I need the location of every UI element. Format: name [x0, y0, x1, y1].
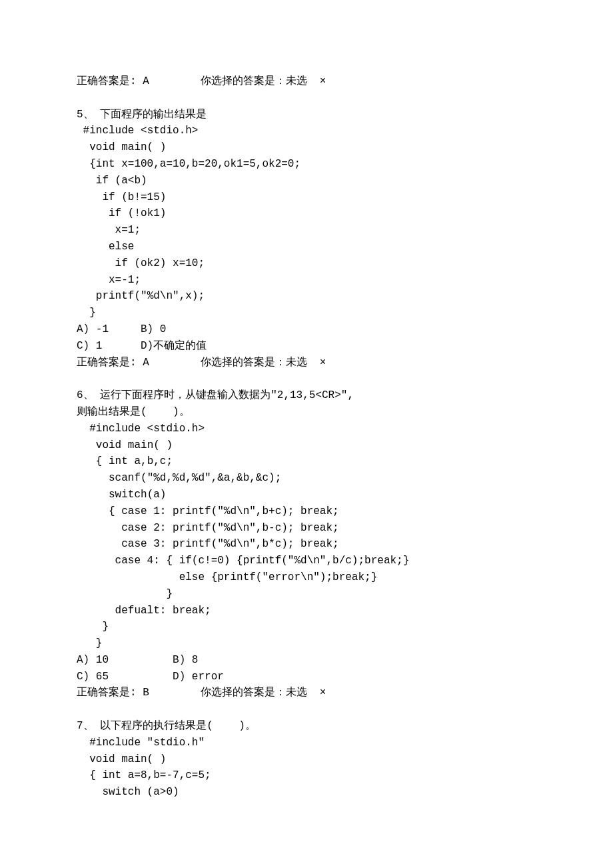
document-page: 正确答案是: A 你选择的答案是：未选 × 5、 下面程序的输出结果是 #inc…: [0, 0, 613, 868]
q4-answer-line: 正确答案是: A 你选择的答案是：未选 ×: [77, 75, 326, 87]
q6-title: 6、 运行下面程序时，从键盘输入数据为"2,13,5<CR>", 则输出结果是(…: [77, 389, 354, 418]
q5-options: A) -1 B) 0 C) 1 D)不确定的值: [77, 323, 207, 352]
q5-title: 5、 下面程序的输出结果是: [77, 109, 207, 121]
q6-answer-line: 正确答案是: B 你选择的答案是：未选 ×: [77, 687, 326, 699]
q5-answer-line: 正确答案是: A 你选择的答案是：未选 ×: [77, 357, 326, 369]
q5-code-block: #include <stdio.h> void main( ) {int x=1…: [77, 125, 301, 319]
q7-title: 7、 以下程序的执行结果是( )。: [77, 720, 256, 732]
q7-code-block: #include "stdio.h" void main( ) { int a=…: [77, 737, 211, 798]
q6-code-block: #include <stdio.h> void main( ) { int a,…: [77, 423, 409, 649]
q6-options: A) 10 B) 8 C) 65 D) error: [77, 654, 224, 683]
